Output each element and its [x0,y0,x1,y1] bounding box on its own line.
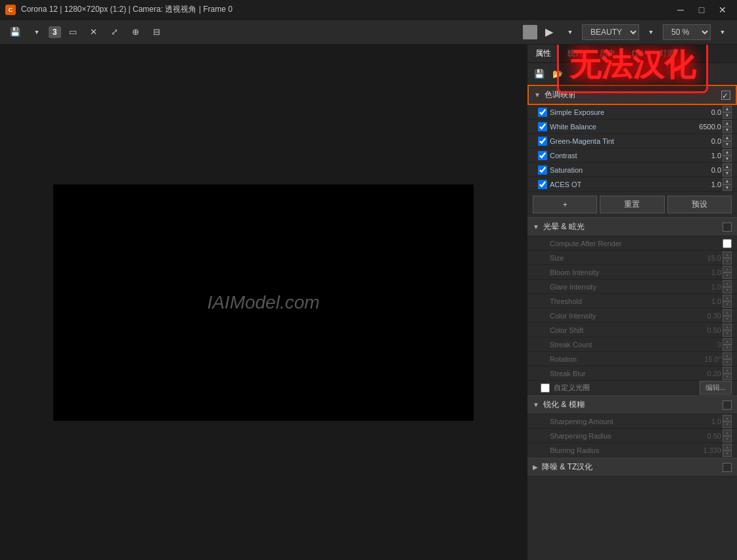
spin-down-aces-ot[interactable]: ▼ [723,184,732,191]
section-bloom-glare[interactable]: ▼ 光晕 & 眩光 [527,217,737,236]
value-streak-blur: 0.20 [682,370,721,377]
check-compute-after-render[interactable] [723,239,732,248]
spin-up-green-magenta[interactable]: ▲ [723,135,732,141]
check-white-balance[interactable] [538,122,547,131]
tab-dr[interactable]: DR [624,45,652,62]
label-contrast: Contrast [550,152,682,160]
spin-up-simple-exposure[interactable]: ▲ [723,106,732,112]
spin-down-color-intensity[interactable]: ▼ [723,316,732,322]
tab-stats[interactable]: 统计 [560,45,592,62]
spin-up-bloom-intensity[interactable]: ▲ [723,266,732,272]
stop-button[interactable] [523,25,537,39]
spin-down-streak-count[interactable]: ▼ [723,345,732,351]
check-green-magenta[interactable] [538,137,547,146]
render-dropdown-button[interactable]: ▼ [561,23,579,41]
value-white-balance: 6500.0 [682,123,721,131]
close-button[interactable]: ✕ [713,3,732,16]
spin-up-rotation[interactable]: ▲ [723,353,732,359]
value-glare-intensity: 1.0 [682,283,721,291]
spin-up-blurring-radius[interactable]: ▲ [723,444,732,450]
section-sharpen-blur[interactable]: ▼ 锐化 & 模糊 [527,395,737,414]
section-title-sharpen: 锐化 & 模糊 [543,399,723,410]
spin-down-simple-exposure[interactable]: ▼ [723,112,732,119]
prop-rotation: Rotation 15.0° ▲ ▼ [527,352,737,366]
spin-up-color-shift[interactable]: ▲ [723,324,732,330]
edit-aperture-button[interactable]: 编辑... [700,381,732,395]
spin-up-white-balance[interactable]: ▲ [723,120,732,127]
check-contrast[interactable] [538,151,547,160]
spin-up-glare-intensity[interactable]: ▲ [723,280,732,287]
spin-up-streak-count[interactable]: ▲ [723,338,732,345]
label-blurring-radius: Blurring Radius [550,446,682,454]
window-controls: ─ □ ✕ [671,3,732,16]
center-button[interactable]: ⊕ [127,23,145,41]
preset-button[interactable]: 预设 [667,196,732,213]
cancel-button[interactable]: ✕ [85,23,103,41]
spin-down-sharpening-amount[interactable]: ▼ [723,421,732,428]
prop-glare-intensity: Glare Intensity 1.0 ▲ ▼ [527,280,737,294]
spin-down-blurring-radius[interactable]: ▼ [723,450,732,457]
section-check-tone[interactable]: ✓ [721,91,730,100]
section-check-denoise[interactable] [723,463,732,472]
spin-down-saturation[interactable]: ▼ [723,170,732,177]
spin-down-threshold[interactable]: ▼ [723,301,732,308]
spin-down-streak-blur[interactable]: ▼ [723,374,732,380]
spin-up-color-intensity[interactable]: ▲ [723,309,732,316]
beauty-dropdown[interactable]: BEAUTY [582,24,639,40]
expand-button[interactable]: ⤢ [106,23,124,41]
zoom-dropdown[interactable]: 50 % 25 % 100 % [663,24,711,40]
tab-history[interactable]: 历史 [592,45,624,62]
spin-down-sharpening-radius[interactable]: ▼ [723,436,732,442]
prop-contrast: Contrast 1.0 ▲ ▼ [527,148,737,163]
value-aces-ot: 1.0 [682,181,721,188]
check-saturation[interactable] [538,165,547,175]
spin-up-streak-blur[interactable]: ▲ [723,367,732,374]
spin-down-green-magenta[interactable]: ▼ [723,141,732,148]
restore-button[interactable]: □ [692,3,711,16]
section-title-tone: 色调映射 [545,89,721,100]
panel-save-button[interactable]: 💾 [531,66,547,81]
spin-down-color-shift[interactable]: ▼ [723,330,732,337]
spin-up-contrast[interactable]: ▲ [723,149,732,156]
spin-up-size[interactable]: ▲ [723,251,732,258]
frame-button[interactable]: ▭ [64,23,82,41]
section-tone-mapping[interactable]: ▼ 色调映射 ✓ [527,85,737,105]
spin-down-size[interactable]: ▼ [723,258,732,265]
label-saturation: Saturation [550,166,682,174]
spin-up-saturation[interactable]: ▲ [723,163,732,170]
section-check-sharpen[interactable] [723,400,732,410]
spin-up-sharpening-radius[interactable]: ▲ [723,429,732,436]
panel-open-button[interactable]: 📂 [550,66,566,81]
check-simple-exposure[interactable] [538,108,547,117]
spin-down-contrast[interactable]: ▼ [723,156,732,162]
zoom-dropdown-btn[interactable]: ▼ [713,23,732,41]
check-aces-ot[interactable] [538,180,547,189]
canvas-watermark: IAIModel.com [207,292,319,313]
tab-lightmix[interactable]: 灯混 [652,45,684,62]
value-color-shift: 0.50 [682,326,721,334]
spin-down-white-balance[interactable]: ▼ [723,127,732,133]
save-dropdown-button[interactable]: ▼ [28,23,46,41]
spin-down-rotation[interactable]: ▼ [723,359,732,366]
spin-up-sharpening-amount[interactable]: ▲ [723,415,732,421]
spin-down-bloom-intensity[interactable]: ▼ [723,272,732,279]
panel-content[interactable]: ▼ 色调映射 ✓ Simple Exposure 0.0 ▲ ▼ White B… [527,85,737,560]
spin-down-glare-intensity[interactable]: ▼ [723,287,732,293]
spin-up-aces-ot[interactable]: ▲ [723,178,732,184]
prop-simple-exposure: Simple Exposure 0.0 ▲ ▼ [527,105,737,119]
value-sharpening-amount: 1.0 [682,418,721,425]
render-button[interactable]: ▶ [540,24,558,39]
minimize-button[interactable]: ─ [671,3,690,16]
prop-blurring-radius: Blurring Radius 1.330 ▲ ▼ [527,443,737,458]
reset-button[interactable]: 重置 [600,196,664,213]
section-denoise[interactable]: ▶ 降噪 & TZ汉化 [527,458,737,477]
add-button[interactable]: + [533,196,597,213]
split-button[interactable]: ⊟ [148,23,166,41]
spin-up-threshold[interactable]: ▲ [723,295,732,301]
section-check-bloom[interactable] [723,223,732,232]
save-button[interactable]: 💾 [5,23,25,41]
toolbar-right: ▶ ▼ BEAUTY ▼ 50 % 25 % 100 % ▼ [523,23,732,41]
check-custom-aperture[interactable] [541,383,550,393]
tab-properties[interactable]: 属性 [527,45,560,62]
beauty-dropdown-btn[interactable]: ▼ [642,23,660,41]
